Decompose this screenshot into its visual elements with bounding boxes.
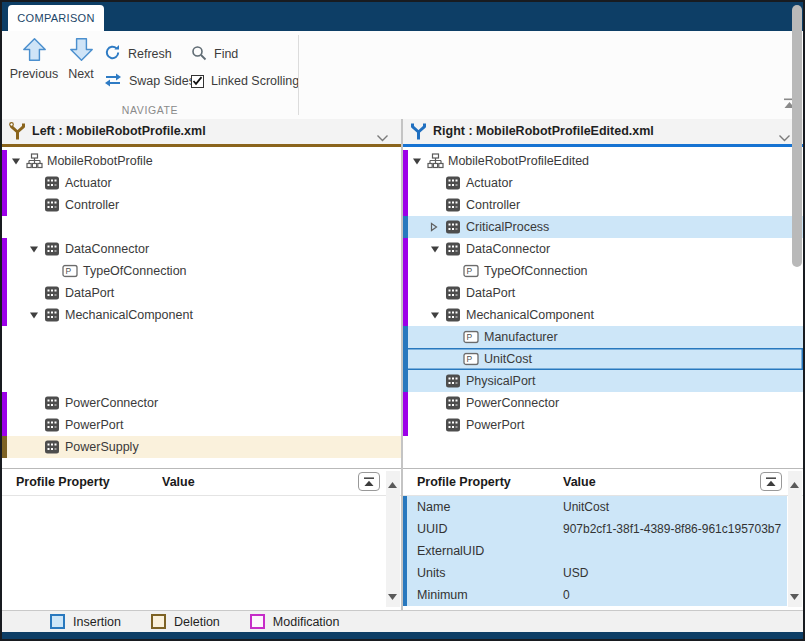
branch-merge-right-icon xyxy=(410,122,427,145)
tree-row[interactable]: CriticalProcess xyxy=(403,216,803,238)
tree-row[interactable]: PhysicalPort xyxy=(403,370,803,392)
stereotype-icon xyxy=(44,198,60,213)
right-properties-scrollbar[interactable] xyxy=(788,471,802,607)
tree-node-label: DataPort xyxy=(466,282,515,304)
linked-scrolling-label: Linked Scrolling xyxy=(211,74,299,88)
chevron-down-icon[interactable] xyxy=(778,128,791,146)
tree-node-label: PowerPort xyxy=(466,414,524,436)
tree-row[interactable]: Controller xyxy=(2,194,401,216)
tree-row[interactable]: PTypeOfConnection xyxy=(2,260,401,282)
tree-row[interactable]: PowerSupply xyxy=(2,436,401,458)
diff-edge-bar xyxy=(403,370,408,392)
tree-row[interactable]: Actuator xyxy=(2,172,401,194)
tree-row[interactable]: DataConnector xyxy=(403,238,803,260)
tree-row[interactable]: MobileRobotProfile xyxy=(2,150,401,172)
find-button[interactable]: Find xyxy=(191,44,299,64)
tree-row[interactable]: MechanicalComponent xyxy=(403,304,803,326)
property-row[interactable]: UnitsUSD xyxy=(407,562,787,584)
next-button[interactable]: Next xyxy=(62,37,100,81)
stereotype-icon xyxy=(44,176,60,191)
profile-icon xyxy=(26,153,43,169)
expander-expanded-icon[interactable] xyxy=(11,157,21,166)
property-name: ExternalUID xyxy=(417,540,484,562)
scroll-up-icon[interactable] xyxy=(790,474,799,492)
property-row[interactable]: ExternalUID xyxy=(407,540,787,562)
tree-row[interactable]: DataConnector xyxy=(2,238,401,260)
legend-deletion-label: Deletion xyxy=(174,615,220,629)
tree-row[interactable]: DataPort xyxy=(2,282,401,304)
tree-row[interactable]: PowerConnector xyxy=(2,392,401,414)
collapse-properties-button[interactable] xyxy=(760,472,782,491)
expander-collapsed-icon[interactable] xyxy=(430,222,438,232)
tree-row[interactable]: PTypeOfConnection xyxy=(403,260,803,282)
tree-row[interactable]: PManufacturer xyxy=(403,326,803,348)
diff-edge-bar xyxy=(2,414,7,436)
tree-row-blank xyxy=(2,370,401,392)
swap-sides-label: Swap Sides xyxy=(129,74,195,88)
chevron-down-icon[interactable] xyxy=(376,128,389,146)
stereotype-icon xyxy=(44,308,60,323)
property-row[interactable]: Minimum0 xyxy=(407,584,787,606)
stereotype-icon xyxy=(445,418,461,433)
diff-edge-bar xyxy=(403,304,408,326)
tree-row-blank xyxy=(403,436,803,458)
left-properties-scrollbar[interactable] xyxy=(386,471,400,607)
property-row[interactable]: UUID907b2cf1-38f1-4389-8f86-961c195703b7 xyxy=(407,518,787,540)
expander-expanded-icon[interactable] xyxy=(430,311,440,320)
left-file-header[interactable]: Left : MobileRobotProfile.xml xyxy=(2,119,401,147)
tree-row[interactable]: PowerPort xyxy=(2,414,401,436)
svg-text:P: P xyxy=(467,332,473,342)
tree-row[interactable]: PUnitCost xyxy=(403,348,803,370)
property-name: Units xyxy=(417,562,445,584)
toolbar: Previous Next Refresh Swap Sides xyxy=(2,31,803,120)
property-value: 907b2cf1-38f1-4389-8f86-961c195703b7 xyxy=(563,518,781,540)
scroll-down-icon[interactable] xyxy=(388,586,397,604)
tree-row[interactable]: Controller xyxy=(403,194,803,216)
collapse-properties-button[interactable] xyxy=(358,472,380,491)
right-file-header[interactable]: Right : MobileRobotProfileEdited.xml xyxy=(403,119,803,147)
diff-edge-bar xyxy=(403,392,408,414)
inserted-properties-block: NameUnitCostUUID907b2cf1-38f1-4389-8f86-… xyxy=(403,496,787,606)
svg-text:P: P xyxy=(467,354,473,364)
tree-row-blank xyxy=(2,326,401,348)
tree-node-label: DataConnector xyxy=(466,238,550,260)
refresh-icon xyxy=(104,44,121,64)
expander-expanded-icon[interactable] xyxy=(430,245,440,254)
expander-expanded-icon[interactable] xyxy=(29,245,39,254)
tree-row[interactable]: MechanicalComponent xyxy=(2,304,401,326)
find-label: Find xyxy=(214,47,238,61)
stereotype-icon xyxy=(44,242,60,257)
right-tree-scrollbar-thumb[interactable] xyxy=(792,5,802,267)
tree-row[interactable]: MobileRobotProfileEdited xyxy=(403,150,803,172)
swap-sides-button[interactable]: Swap Sides xyxy=(104,71,195,91)
tree-node-label: PowerPort xyxy=(65,414,123,436)
expander-expanded-icon[interactable] xyxy=(29,311,39,320)
property-value: 0 xyxy=(563,584,570,606)
property-icon: P xyxy=(62,265,80,278)
tree-node-label: Manufacturer xyxy=(484,326,558,348)
tree-node-label: Actuator xyxy=(466,172,513,194)
tree-node-label: Controller xyxy=(65,194,119,216)
diff-edge-bar xyxy=(2,194,7,216)
property-row[interactable]: NameUnitCost xyxy=(407,496,787,518)
tree-node-label: MobileRobotProfileEdited xyxy=(448,150,589,172)
stereotype-icon xyxy=(445,198,461,213)
tree-row[interactable]: PowerConnector xyxy=(403,392,803,414)
tree-row[interactable]: PowerPort xyxy=(403,414,803,436)
checkbox-checked-icon[interactable] xyxy=(191,75,204,88)
tree-node-label: MobileRobotProfile xyxy=(47,150,153,172)
tree-row[interactable]: DataPort xyxy=(403,282,803,304)
previous-button[interactable]: Previous xyxy=(8,37,60,81)
expander-expanded-icon[interactable] xyxy=(412,157,422,166)
refresh-button[interactable]: Refresh xyxy=(104,44,195,64)
tab-comparison[interactable]: COMPARISON xyxy=(8,5,104,31)
stereotype-icon xyxy=(445,220,461,235)
diff-edge-bar xyxy=(2,282,7,304)
property-name: UUID xyxy=(417,518,448,540)
tree-row[interactable]: Actuator xyxy=(403,172,803,194)
linked-scrolling-toggle[interactable]: Linked Scrolling xyxy=(191,71,299,91)
stereotype-icon xyxy=(445,176,461,191)
scroll-up-icon[interactable] xyxy=(388,474,397,492)
swap-sides-icon xyxy=(104,72,122,91)
scroll-down-icon[interactable] xyxy=(790,586,799,604)
